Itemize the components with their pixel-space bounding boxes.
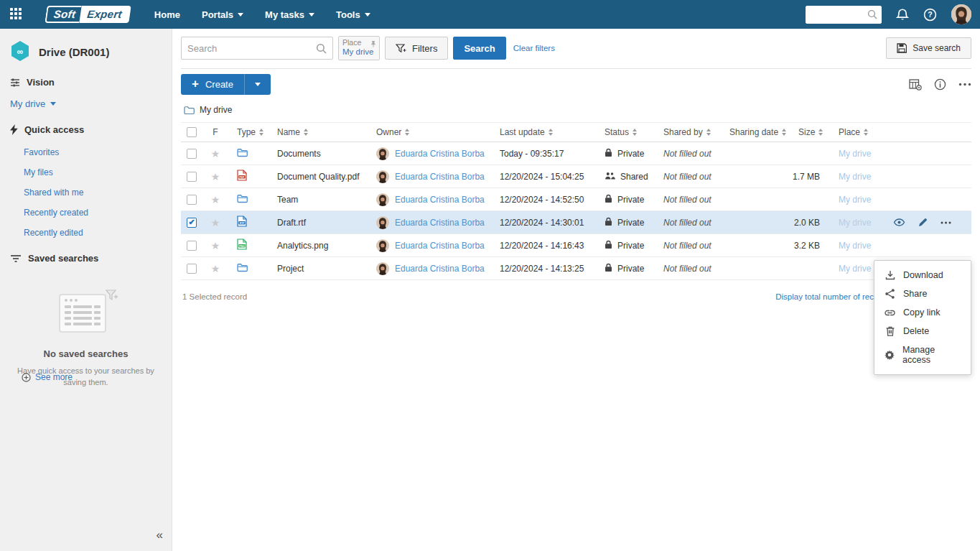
- user-avatar[interactable]: [951, 4, 971, 24]
- nav-item-portals[interactable]: Portals: [202, 9, 243, 20]
- table-row[interactable]: ★PDFDocument Quality.pdfEduarda Cristina…: [181, 165, 971, 188]
- shared-by: Not filled out: [655, 218, 721, 228]
- place-link[interactable]: My drive: [839, 172, 871, 182]
- column-header-place[interactable]: Place: [830, 127, 882, 137]
- saved-searches-header[interactable]: Saved searches: [0, 247, 172, 269]
- table-row[interactable]: ★PNGAnalytics.pngEduarda Cristina Borba1…: [181, 234, 971, 257]
- breadcrumb[interactable]: My drive: [181, 102, 971, 122]
- row-checkbox[interactable]: [187, 264, 197, 274]
- help-icon[interactable]: ?: [923, 8, 937, 22]
- menu-item-manage-access[interactable]: Manage access: [874, 341, 971, 369]
- softexpert-logo[interactable]: Soft Expert: [45, 6, 131, 23]
- see-more-link[interactable]: See more: [11, 372, 83, 382]
- owner-avatar: [376, 239, 389, 252]
- select-all-checkbox[interactable]: [187, 127, 197, 137]
- file-name[interactable]: Draft.rtf: [269, 218, 368, 228]
- app-grid-icon[interactable]: [10, 8, 23, 21]
- nav-item-tools[interactable]: Tools: [336, 9, 370, 20]
- column-settings-icon[interactable]: [909, 79, 922, 91]
- search-icon[interactable]: [867, 9, 877, 19]
- file-type-folder-icon: [237, 194, 248, 205]
- column-header-status[interactable]: Status: [596, 127, 655, 137]
- menu-item-delete[interactable]: Delete: [874, 322, 971, 341]
- sidebar-item-my-drive[interactable]: My drive: [0, 93, 172, 114]
- quick-link-recently-edited[interactable]: Recently edited: [0, 223, 172, 243]
- row-checkbox[interactable]: ✔: [187, 218, 197, 228]
- save-search-button[interactable]: Save search: [886, 37, 971, 59]
- row-checkbox[interactable]: [187, 241, 197, 251]
- create-dropdown-button[interactable]: [244, 74, 271, 95]
- notifications-bell-icon[interactable]: [896, 8, 909, 22]
- place-link[interactable]: My drive: [839, 264, 871, 274]
- place-link[interactable]: My drive: [839, 195, 871, 205]
- owner-link[interactable]: Eduarda Cristina Borba: [395, 149, 485, 159]
- file-size: 2.0 KB: [790, 218, 830, 228]
- owner-link[interactable]: Eduarda Cristina Borba: [395, 264, 485, 274]
- place-link[interactable]: My drive: [839, 218, 871, 228]
- quick-link-favorites[interactable]: Favorites: [0, 142, 172, 162]
- info-icon[interactable]: [934, 78, 946, 91]
- table-search-box[interactable]: [181, 37, 333, 60]
- file-name[interactable]: Document Quality.pdf: [269, 172, 368, 182]
- quick-access-header[interactable]: Quick access: [0, 119, 172, 141]
- row-checkbox[interactable]: [187, 195, 197, 205]
- favorite-star-icon[interactable]: ★: [211, 194, 220, 205]
- place-filter-chip[interactable]: Place My drive: [338, 36, 380, 60]
- file-name[interactable]: Team: [269, 195, 368, 205]
- file-name[interactable]: Documents: [269, 149, 368, 159]
- chevron-down-icon: [50, 102, 56, 106]
- owner-link[interactable]: Eduarda Cristina Borba: [395, 218, 485, 228]
- menu-item-share[interactable]: Share: [874, 284, 971, 303]
- search-icon[interactable]: [316, 43, 327, 54]
- sidebar-item-vision[interactable]: Vision: [0, 71, 172, 93]
- more-options-icon[interactable]: [958, 83, 971, 86]
- clear-filters-link[interactable]: Clear filters: [513, 44, 555, 52]
- nav-item-my-tasks[interactable]: My tasks: [265, 9, 314, 20]
- column-header-last-update[interactable]: Last update: [491, 127, 596, 137]
- quick-link-shared-with-me[interactable]: Shared with me: [0, 182, 172, 203]
- column-header-size[interactable]: Size: [790, 127, 830, 137]
- row-checkbox[interactable]: [187, 172, 197, 182]
- search-button[interactable]: Search: [453, 37, 505, 60]
- display-total-link[interactable]: Display total number of rec: [775, 292, 874, 301]
- edit-pencil-icon[interactable]: [918, 218, 928, 227]
- favorite-star-icon[interactable]: ★: [211, 171, 220, 182]
- owner-link[interactable]: Eduarda Cristina Borba: [395, 241, 485, 251]
- global-search-input[interactable]: [810, 9, 867, 19]
- column-header-favorite[interactable]: F: [202, 127, 228, 137]
- favorite-star-icon[interactable]: ★: [211, 263, 220, 274]
- column-header-shared-by[interactable]: Shared by: [655, 127, 721, 137]
- favorite-star-icon[interactable]: ★: [211, 148, 220, 159]
- menu-item-copy-link[interactable]: Copy link: [874, 303, 971, 322]
- create-button[interactable]: + Create: [181, 74, 244, 95]
- favorite-star-icon[interactable]: ★: [211, 217, 220, 228]
- global-search-box[interactable]: [806, 6, 882, 24]
- preview-eye-icon[interactable]: [893, 218, 905, 226]
- table-row[interactable]: ✔★RTFDraft.rtfEduarda Cristina Borba12/2…: [181, 211, 971, 234]
- file-name[interactable]: Analytics.png: [269, 241, 368, 251]
- column-header-type[interactable]: Type: [228, 127, 269, 137]
- owner-link[interactable]: Eduarda Cristina Borba: [395, 195, 485, 205]
- column-header-sharing-date[interactable]: Sharing date: [721, 127, 790, 137]
- table-row[interactable]: ★ProjectEduarda Cristina Borba12/20/2024…: [181, 257, 971, 280]
- collapse-sidebar-icon[interactable]: «: [157, 528, 163, 542]
- favorite-star-icon[interactable]: ★: [211, 240, 220, 251]
- column-header-owner[interactable]: Owner: [368, 127, 491, 137]
- menu-item-download[interactable]: Download: [874, 266, 971, 284]
- place-link[interactable]: My drive: [839, 241, 871, 251]
- row-more-options-icon[interactable]: [941, 221, 951, 224]
- column-header-name[interactable]: Name: [269, 127, 368, 137]
- filters-button[interactable]: Filters: [385, 37, 448, 60]
- file-size: 3.2 KB: [790, 241, 830, 251]
- nav-item-home[interactable]: Home: [154, 9, 180, 20]
- table-search-input[interactable]: [187, 43, 316, 54]
- table-row[interactable]: ★DocumentsEduarda Cristina BorbaToday - …: [181, 142, 971, 165]
- table-row[interactable]: ★TeamEduarda Cristina Borba12/20/2024 - …: [181, 188, 971, 211]
- quick-link-my-files[interactable]: My files: [0, 162, 172, 182]
- file-name[interactable]: Project: [269, 264, 368, 274]
- owner-link[interactable]: Eduarda Cristina Borba: [395, 172, 485, 182]
- quick-link-recently-created[interactable]: Recently created: [0, 203, 172, 223]
- place-link[interactable]: My drive: [839, 149, 871, 159]
- row-checkbox[interactable]: [187, 149, 197, 159]
- nav-item-label: Tools: [336, 9, 360, 20]
